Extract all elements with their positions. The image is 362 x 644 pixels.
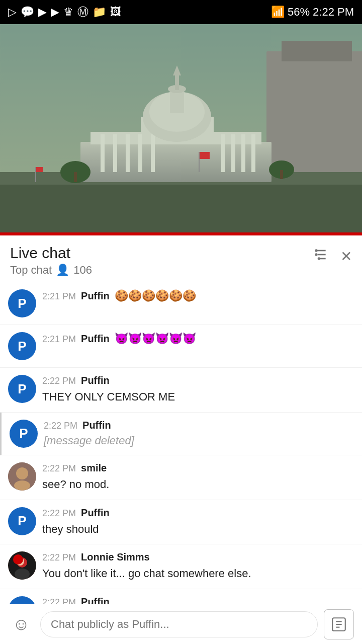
svg-rect-9 (126, 134, 130, 172)
message-time: 2:22 PM (42, 508, 76, 519)
message-time: 2:22 PM (42, 552, 76, 563)
message-user: Puffin (82, 420, 111, 431)
message-content: You don't like it... go chat somewhere e… (42, 566, 354, 582)
message-user: smile (81, 462, 107, 474)
message-time: 2:22 PM (44, 421, 77, 431)
status-icons-left: ▷ 💬 ▶ ▶ ♛ Ⓜ 📁 🖼 (8, 5, 121, 20)
play-icon: ▷ (8, 6, 17, 19)
message-content: 👿👿👿👿👿👿 (115, 332, 196, 345)
avatar: P (10, 420, 38, 448)
svg-rect-27 (199, 152, 200, 172)
chat-message: P 2:21 PM Puffin 🍪🍪🍪🍪🍪🍪 (0, 282, 362, 325)
message-user: Puffin (81, 333, 110, 345)
svg-rect-8 (113, 134, 117, 172)
svg-rect-21 (175, 74, 179, 90)
viewer-count: 106 (73, 264, 92, 277)
chat-message: P 2:22 PM Puffin they should (0, 500, 362, 545)
filter-icon[interactable] (312, 247, 328, 266)
chat-subtitle: Top chat 👤 106 (10, 264, 92, 277)
live-chat-title: Live chat (10, 245, 92, 262)
message-time: 2:22 PM (42, 376, 76, 386)
svg-rect-10 (138, 134, 142, 172)
message-user: Lonnie Simms (81, 551, 150, 563)
svg-rect-12 (221, 134, 225, 172)
svg-rect-2 (282, 41, 352, 61)
message-time: 2:21 PM (42, 291, 76, 302)
svg-rect-28 (200, 152, 210, 159)
chat-input[interactable] (40, 611, 318, 637)
avatar: P (8, 507, 36, 535)
chat-message: 2:22 PM Lonnie Simms You don't like it..… (0, 544, 362, 589)
message-deleted-text: [message deleted] (44, 434, 354, 447)
chat-message: P 2:21 PM Puffin 👿👿👿👿👿👿 (0, 325, 362, 368)
message-body: 2:22 PM Puffin they should (42, 507, 354, 537)
avatar (8, 462, 36, 491)
svg-point-36 (315, 249, 317, 252)
message-meta: 2:22 PM smile (42, 462, 354, 474)
avatar: P (8, 332, 36, 360)
message-meta: 2:22 PM Lonnie Simms (42, 551, 354, 563)
close-icon[interactable]: ✕ (340, 248, 352, 265)
message-user: Puffin (81, 290, 110, 302)
emoji-button[interactable]: ☺ (8, 611, 34, 637)
message-body: 2:22 PM smile see? no mod. (42, 462, 354, 493)
svg-point-34 (315, 253, 317, 256)
chat-message-deleted: P 2:22 PM Puffin [message deleted] (0, 413, 362, 455)
top-chat-label[interactable]: Top chat (10, 264, 52, 277)
svg-rect-15 (251, 134, 255, 172)
chat-message: 2:22 PM smile see? no mod. (0, 455, 362, 500)
message-body: 2:21 PM Puffin 👿👿👿👿👿👿 (42, 332, 354, 345)
chat-message: P 2:22 PM Puffin THEY ONLY CEMSOR ME (0, 368, 362, 413)
chat-header: Live chat Top chat 👤 106 ✕ (0, 235, 362, 282)
message-user: Puffin (81, 375, 110, 386)
message-content: see? no mod. (42, 477, 354, 493)
chat-input-bar: ☺ (0, 604, 362, 644)
svg-rect-30 (36, 167, 43, 172)
avatar (8, 551, 36, 580)
message-content: THEY ONLY CEMSOR ME (42, 389, 354, 405)
viewer-icon: 👤 (56, 264, 69, 277)
message-time: 2:21 PM (42, 334, 76, 345)
svg-rect-13 (231, 134, 235, 172)
svg-point-35 (318, 257, 320, 260)
message-content: they should (42, 522, 354, 537)
message-time: 2:22 PM (42, 463, 76, 474)
svg-rect-29 (35, 167, 36, 182)
avatar: P (8, 289, 36, 317)
battery-text: 56% (288, 6, 310, 19)
send-icon (330, 616, 347, 633)
message-body: 2:22 PM Puffin THEY ONLY CEMSOR ME (42, 375, 354, 405)
svg-rect-24 (74, 172, 77, 182)
message-body: 2:22 PM Lonnie Simms You don't like it..… (42, 551, 354, 582)
svg-point-43 (13, 554, 23, 565)
avatar: P (8, 375, 36, 403)
svg-point-39 (14, 480, 30, 491)
crown-icon: ♛ (63, 6, 73, 19)
wifi-icon: 📶 (271, 6, 285, 19)
time-text: 2:22 PM (313, 6, 354, 19)
message-meta: 2:22 PM Puffin (44, 420, 354, 431)
svg-rect-7 (101, 134, 105, 172)
chat-messages-list: P 2:21 PM Puffin 🍪🍪🍪🍪🍪🍪 P 2:21 PM Puffin… (0, 282, 362, 644)
svg-rect-26 (280, 170, 283, 179)
chat-header-left: Live chat Top chat 👤 106 (10, 245, 92, 277)
emoji-icon: ☺ (13, 614, 30, 634)
status-icons-right: 📶 56% 2:22 PM (271, 6, 354, 19)
video-player[interactable] (0, 24, 362, 235)
status-bar: ▷ 💬 ▶ ▶ ♛ Ⓜ 📁 🖼 📶 56% 2:22 PM (0, 0, 362, 24)
folder-icon: 📁 (93, 6, 106, 19)
message-meta: 2:22 PM Puffin (42, 507, 354, 519)
svg-rect-11 (151, 134, 155, 172)
message-meta: 2:21 PM Puffin 🍪🍪🍪🍪🍪🍪 (42, 289, 354, 302)
message-icon: 💬 (21, 6, 34, 19)
svg-rect-14 (241, 134, 245, 172)
image-icon: 🖼 (110, 6, 121, 19)
message-content: 🍪🍪🍪🍪🍪🍪 (115, 289, 196, 302)
send-button[interactable] (324, 609, 354, 639)
chat-header-right: ✕ (312, 245, 352, 266)
message-body: 2:22 PM Puffin [message deleted] (44, 420, 354, 447)
m-icon: Ⓜ (77, 5, 88, 20)
message-user: Puffin (81, 507, 110, 519)
message-meta: 2:21 PM Puffin 👿👿👿👿👿👿 (42, 332, 354, 345)
svg-point-38 (16, 467, 28, 479)
